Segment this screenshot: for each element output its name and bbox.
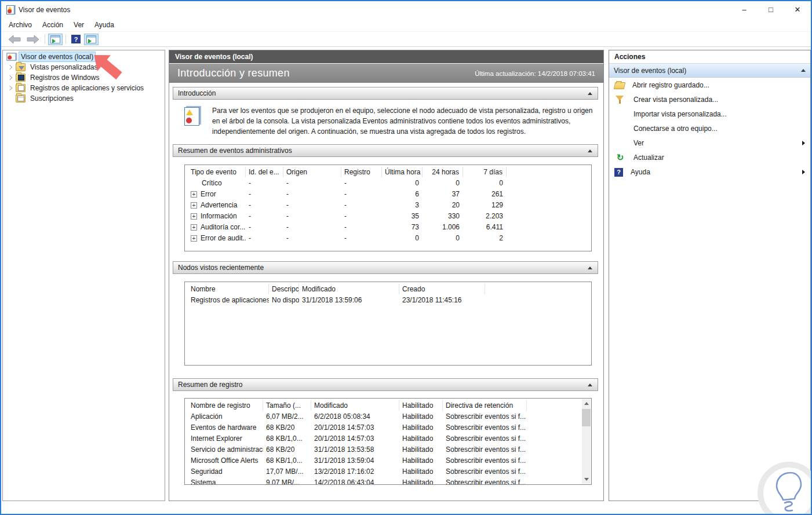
table-cell: 6 <box>382 189 423 200</box>
section-header-nodos-recientes[interactable]: Nodos vistos recientemente <box>173 261 598 274</box>
scrollbar-thumb[interactable] <box>582 409 591 426</box>
tree-item-vistas-personalizadas[interactable]: Vistas personalizadas <box>3 62 165 72</box>
table-row[interactable]: Crítico---000 <box>185 178 591 189</box>
collapse-button[interactable] <box>586 147 594 155</box>
table-row[interactable]: +Información---353302.203 <box>185 211 591 222</box>
column-header[interactable]: Id. del e... <box>246 167 283 177</box>
table-row[interactable]: Servicio de administració...68 KB/2031/1… <box>185 444 591 455</box>
action-item-crear-vista-personalizada-[interactable]: Crear vista personalizada... <box>609 92 810 107</box>
expand-icon[interactable]: + <box>191 235 197 242</box>
table-row[interactable]: Sistema9,07 MB/...14/2/2018 06:43:04Habi… <box>185 477 591 485</box>
table-row[interactable]: Seguridad17,07 MB/...13/2/2018 17:16:02H… <box>185 466 591 477</box>
column-header[interactable]: 24 horas <box>423 167 463 177</box>
chevron-right-icon[interactable] <box>8 65 12 70</box>
table-cell: - <box>283 233 341 244</box>
cell-text: 6.411 <box>486 223 503 231</box>
cell-text: - <box>344 212 347 220</box>
action-item-importar-vista-personalizada-[interactable]: Importar vista personalizada... <box>609 107 810 121</box>
table-cell: Habilitado <box>399 477 443 485</box>
column-header[interactable]: Descripción <box>269 284 299 294</box>
expand-icon[interactable]: + <box>191 224 197 231</box>
section-header-introduccion[interactable]: Introducción <box>173 87 598 100</box>
column-header[interactable]: Creado <box>399 284 485 294</box>
action-item-ayuda[interactable]: ?Ayuda <box>609 165 810 179</box>
cell-text: Habilitado <box>402 423 433 432</box>
minimize-button[interactable]: – <box>731 1 758 18</box>
table-row[interactable]: Eventos de hardware68 KB/2020/1/2018 14:… <box>185 422 591 433</box>
expand-icon[interactable]: + <box>191 213 197 220</box>
collapse-button[interactable] <box>586 89 594 97</box>
menu-item-ver[interactable]: Ver <box>68 19 89 31</box>
collapse-button[interactable] <box>586 264 594 272</box>
table-row[interactable]: Registros de aplicaciones...No dispo...3… <box>185 295 591 306</box>
column-header[interactable]: Nombre <box>185 284 269 294</box>
show-action-pane-button[interactable] <box>84 34 99 45</box>
close-button[interactable]: ✕ <box>784 1 811 18</box>
menu-item-ayuda[interactable]: Ayuda <box>89 19 119 31</box>
scroll-down-icon <box>584 478 589 481</box>
table-cell: Sobrescribir eventos si f... <box>443 477 527 485</box>
column-header[interactable]: Última hora <box>382 167 423 177</box>
action-item-ver[interactable]: Ver <box>609 136 810 150</box>
tree-item-label: Registros de aplicaciones y servicios <box>28 83 145 93</box>
column-header[interactable]: 7 días <box>463 167 507 177</box>
table-cell: Habilitado <box>399 466 443 477</box>
chevron-right-icon[interactable] <box>8 75 12 80</box>
table-cell: 14/2/2018 06:43:04 <box>311 477 399 485</box>
column-header[interactable]: Directiva de retención <box>443 400 527 411</box>
table-cell: 2.203 <box>463 211 507 222</box>
table-cell: Habilitado <box>399 411 443 422</box>
collapse-button[interactable] <box>586 381 594 389</box>
tree-item-label: Registros de Windows <box>28 73 101 82</box>
table-row[interactable]: +Error---637261 <box>185 189 591 200</box>
section-header-resumen-administrativos[interactable]: Resumen de eventos administrativos <box>173 144 598 157</box>
column-header[interactable]: Registro <box>341 167 382 177</box>
cell-text: Sobrescribir eventos si f... <box>446 434 526 443</box>
tree-item-visor-de-eventos-local-[interactable]: Visor de eventos (local) <box>3 52 165 62</box>
expand-icon[interactable]: + <box>191 191 197 198</box>
forward-button[interactable] <box>24 33 42 46</box>
table-row[interactable]: +Advertencia---320129 <box>185 200 591 211</box>
column-header[interactable]: Origen <box>283 167 341 177</box>
table-row[interactable]: Aplicación6,07 MB/2...6/2/2018 05:08:34H… <box>185 411 591 422</box>
action-item-conectarse-a-otro-equipo-[interactable]: Conectarse a otro equipo... <box>609 121 810 136</box>
column-header[interactable]: Tamaño (... <box>263 400 311 411</box>
table-cell: 6.411 <box>463 222 507 233</box>
scroll-up-button[interactable] <box>582 399 591 408</box>
chevron-right-icon[interactable] <box>8 86 12 90</box>
actions-group-header[interactable]: Visor de eventos (local) <box>609 64 810 78</box>
column-header[interactable]: Nombre de registro <box>185 400 263 411</box>
cell-text: 68 KB/1,0... <box>266 456 303 465</box>
tree-item-registros-de-aplicaciones-y-servicios[interactable]: Registros de aplicaciones y servicios <box>3 83 165 93</box>
expand-icon[interactable]: + <box>191 202 197 209</box>
cell-text: - <box>249 223 251 231</box>
cell-text: 31/1/2018 13:59:06 <box>302 296 362 304</box>
column-header[interactable]: Modificado <box>299 284 399 294</box>
scrollbar[interactable] <box>582 399 591 484</box>
help-toolbar-button[interactable]: ? <box>69 33 83 45</box>
tree-item-suscripciones[interactable]: Suscripciones <box>3 93 165 104</box>
table-cell: 0 <box>463 178 507 189</box>
table-row[interactable]: Microsoft Office Alerts68 KB/1,0...31/1/… <box>185 455 591 466</box>
scroll-down-button[interactable] <box>582 475 591 484</box>
column-header[interactable]: Tipo de evento <box>185 167 246 177</box>
back-button[interactable] <box>6 33 23 46</box>
section-header-resumen-registro[interactable]: Resumen de registro <box>173 378 598 391</box>
table-cell: 13/2/2018 17:16:02 <box>311 466 399 477</box>
action-item-abrir-registro-guardado-[interactable]: Abrir registro guardado... <box>609 78 810 92</box>
column-header[interactable]: Habilitado <box>399 400 443 411</box>
menu-item-archivo[interactable]: Archivo <box>3 19 37 31</box>
show-console-tree-button[interactable] <box>48 34 63 45</box>
cell-text: 3 <box>415 201 419 209</box>
column-header[interactable]: Modificado <box>311 400 399 411</box>
table-row[interactable]: Internet Explorer68 KB/1,0...20/1/2018 1… <box>185 433 591 444</box>
table-row[interactable]: +Error de audit...---002 <box>185 233 591 244</box>
action-item-actualizar[interactable]: ↻Actualizar <box>609 150 810 165</box>
cell-text: Sobrescribir eventos si f... <box>446 479 526 485</box>
tree-item-registros-de-windows[interactable]: Registros de Windows <box>3 72 165 83</box>
results-panel: Visor de eventos (local) Introducción y … <box>169 50 604 501</box>
show-action-pane-icon <box>86 35 96 43</box>
maximize-button[interactable]: □ <box>758 1 784 18</box>
menu-item-accin[interactable]: Acción <box>37 19 68 31</box>
table-row[interactable]: +Auditoría cor...---731.0066.411 <box>185 222 591 233</box>
